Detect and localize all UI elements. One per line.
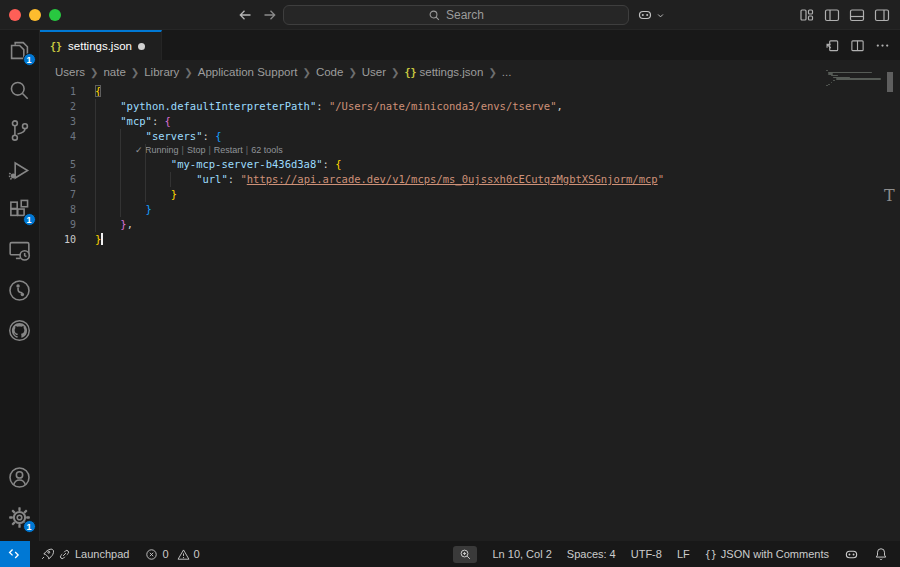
copilot-status-icon[interactable] bbox=[844, 547, 859, 562]
launchpad-status-item[interactable]: Launchpad bbox=[40, 547, 129, 561]
sidebar-item-source-control-graph[interactable] bbox=[0, 270, 40, 310]
json-file-icon: {} bbox=[50, 41, 62, 52]
accounts-icon bbox=[8, 466, 31, 489]
close-button[interactable] bbox=[9, 9, 21, 21]
cursor-position-item[interactable]: Ln 10, Col 2 bbox=[492, 548, 551, 560]
error-icon bbox=[145, 548, 158, 561]
codelens-action[interactable]: 62 tools bbox=[251, 145, 283, 155]
line-number: 6 bbox=[40, 172, 76, 187]
notifications-bell-icon[interactable] bbox=[874, 547, 888, 561]
zoom-button[interactable] bbox=[49, 9, 61, 21]
encoding-item[interactable]: UTF-8 bbox=[631, 548, 662, 560]
copilot-icon bbox=[637, 7, 653, 23]
problems-status-item[interactable]: 0 0 bbox=[145, 548, 199, 561]
toggle-panel-icon[interactable] bbox=[849, 7, 865, 23]
tab-label: settings.json bbox=[68, 40, 132, 52]
chevron-right-icon: ❯ bbox=[90, 67, 98, 78]
text-cursor bbox=[101, 233, 103, 245]
toggle-secondary-sidebar-icon[interactable] bbox=[874, 7, 890, 23]
sidebar-item-github[interactable] bbox=[0, 310, 40, 350]
breadcrumb-item[interactable]: Library bbox=[144, 66, 179, 78]
sidebar-item-remote-explorer[interactable] bbox=[0, 230, 40, 270]
customize-layout-icon[interactable] bbox=[799, 7, 815, 23]
modified-dot-icon[interactable] bbox=[138, 43, 145, 50]
back-arrow-icon[interactable] bbox=[237, 7, 253, 23]
remote-indicator-button[interactable] bbox=[0, 541, 30, 567]
line-number: 3 bbox=[40, 114, 76, 129]
code-line-7[interactable]: 7 } bbox=[40, 187, 900, 202]
code-line-4[interactable]: 4 "servers": { bbox=[40, 129, 900, 144]
minimap-line bbox=[836, 78, 882, 79]
sidebar-item-explorer[interactable]: 1 bbox=[0, 30, 40, 70]
breadcrumb-item[interactable]: User bbox=[362, 66, 386, 78]
explorer-badge: 1 bbox=[23, 53, 36, 66]
code-line-9[interactable]: 9 }, bbox=[40, 217, 900, 232]
warning-icon bbox=[177, 548, 190, 561]
source-control-graph-icon bbox=[8, 279, 31, 302]
line-number: 1 bbox=[40, 84, 76, 99]
accounts-button[interactable] bbox=[0, 457, 40, 497]
chevron-down-icon bbox=[655, 10, 666, 21]
status-bar: Launchpad 0 0 Ln 10, Col 2 Spaces: 4 UTF… bbox=[0, 541, 900, 567]
copilot-menu-button[interactable] bbox=[637, 7, 666, 23]
line-number: 9 bbox=[40, 217, 76, 232]
minimap[interactable] bbox=[826, 70, 884, 87]
chevron-right-icon: ❯ bbox=[184, 67, 192, 78]
search-input[interactable]: Search bbox=[283, 5, 629, 25]
open-settings-ui-icon[interactable] bbox=[825, 38, 840, 53]
minimap-line bbox=[826, 70, 828, 71]
codelens-status: ✓ Running bbox=[135, 145, 179, 155]
breadcrumb-item[interactable]: Code bbox=[316, 66, 344, 78]
forward-arrow-icon[interactable] bbox=[262, 7, 278, 23]
remote-icon bbox=[8, 547, 22, 561]
rocket-icon bbox=[40, 547, 54, 561]
editor[interactable]: 1{2 "python.defaultInterpreterPath": "/U… bbox=[40, 84, 900, 541]
chevron-right-icon: ❯ bbox=[488, 67, 496, 78]
github-icon bbox=[8, 319, 31, 342]
code-line-8[interactable]: 8 } bbox=[40, 202, 900, 217]
settings-button[interactable]: 1 bbox=[0, 497, 40, 537]
error-count: 0 bbox=[162, 548, 168, 560]
activity-bar: 1 1 bbox=[0, 30, 40, 541]
code-line-6[interactable]: 6 "url": "https://api.arcade.dev/v1/mcps… bbox=[40, 172, 900, 187]
toggle-primary-sidebar-icon[interactable] bbox=[824, 7, 840, 23]
indentation-item[interactable]: Spaces: 4 bbox=[567, 548, 616, 560]
chevron-right-icon: ❯ bbox=[302, 67, 310, 78]
minimize-button[interactable] bbox=[29, 9, 41, 21]
search-icon bbox=[8, 79, 31, 102]
sidebar-item-extensions[interactable]: 1 bbox=[0, 190, 40, 230]
json-file-icon: {} bbox=[404, 67, 416, 78]
breadcrumb-item[interactable]: nate bbox=[103, 66, 125, 78]
split-editor-icon[interactable] bbox=[850, 38, 865, 53]
settings-badge: 1 bbox=[23, 520, 36, 533]
line-number: 5 bbox=[40, 157, 76, 172]
search-placeholder: Search bbox=[446, 8, 484, 22]
breadcrumb-item[interactable]: Users bbox=[55, 66, 85, 78]
tab-settings-json[interactable]: {} settings.json bbox=[40, 30, 162, 60]
chevron-right-icon: ❯ bbox=[391, 67, 399, 78]
sidebar-item-search[interactable] bbox=[0, 70, 40, 110]
codelens-action[interactable]: Stop bbox=[187, 145, 206, 155]
language-mode-item[interactable]: {} JSON with Comments bbox=[705, 548, 829, 560]
breadcrumb-item[interactable]: ... bbox=[502, 66, 512, 78]
minimap-line bbox=[826, 85, 828, 86]
codelens-action[interactable]: Restart bbox=[214, 145, 243, 155]
eol-item[interactable]: LF bbox=[677, 548, 690, 560]
code-lines: 1{2 "python.defaultInterpreterPath": "/U… bbox=[40, 84, 900, 247]
code-line-1[interactable]: 1{ bbox=[40, 84, 900, 99]
minimap-line bbox=[828, 84, 830, 85]
url-link[interactable]: https://api.arcade.dev/v1/mcps/ms_0ujssx… bbox=[247, 173, 658, 185]
more-actions-icon[interactable] bbox=[875, 38, 890, 53]
zoom-status-button[interactable] bbox=[453, 546, 477, 563]
code-line-2[interactable]: 2 "python.defaultInterpreterPath": "/Use… bbox=[40, 99, 900, 114]
sidebar-item-run-and-debug[interactable] bbox=[0, 150, 40, 190]
breadcrumb-item[interactable]: Application Support bbox=[198, 66, 298, 78]
code-line-10[interactable]: 10} bbox=[40, 232, 900, 247]
code-line-3[interactable]: 3 "mcp": { bbox=[40, 114, 900, 129]
scrollbar-thumb[interactable] bbox=[887, 72, 893, 92]
minimap-line bbox=[828, 72, 871, 73]
sidebar-item-source-control[interactable] bbox=[0, 110, 40, 150]
line-number: 2 bbox=[40, 99, 76, 114]
code-line-5[interactable]: 5 "my-mcp-server-b436d3a8": { bbox=[40, 157, 900, 172]
breadcrumb-item[interactable]: {}settings.json bbox=[404, 66, 483, 78]
